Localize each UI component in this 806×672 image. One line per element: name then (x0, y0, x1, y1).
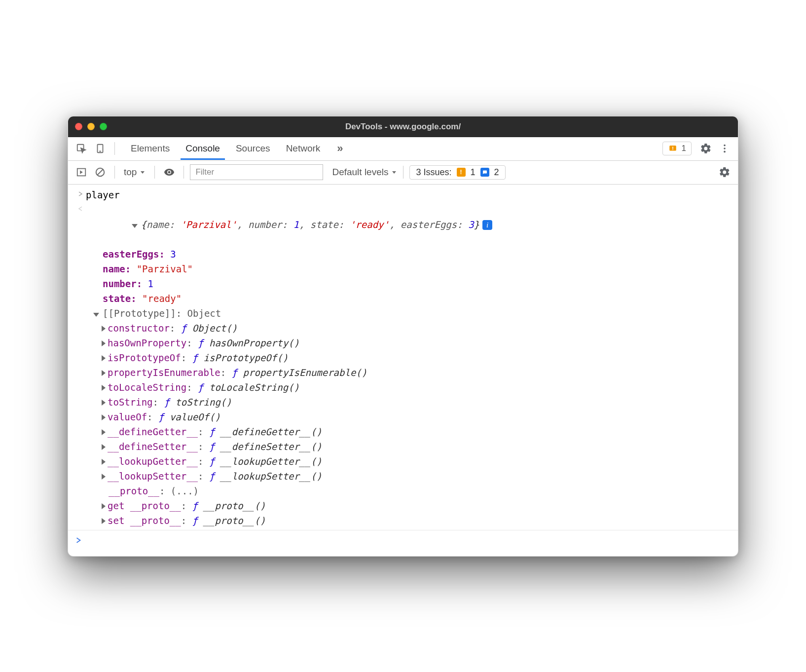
svg-rect-4 (672, 147, 673, 149)
tabs-overflow-icon[interactable]: » (337, 142, 343, 155)
console-output-line[interactable]: {name: 'Parzival', number: 1, state: 're… (68, 202, 738, 247)
expand-icon[interactable] (102, 414, 106, 420)
context-selector[interactable]: top (121, 166, 148, 179)
tab-elements[interactable]: Elements (130, 143, 171, 154)
expand-toggle-icon[interactable] (131, 224, 140, 228)
titlebar: DevTools - www.google.com/ (68, 116, 738, 137)
log-levels-selector[interactable]: Default levels (332, 167, 397, 178)
expand-icon[interactable] (102, 400, 106, 406)
input-caret-icon (77, 190, 83, 197)
issues-warn-count: 1 (471, 167, 476, 178)
prototype-property[interactable]: __lookupSetter__: ƒ __lookupSetter__() (68, 469, 738, 484)
svg-point-8 (724, 151, 726, 153)
prototype-property[interactable]: hasOwnProperty: ƒ hasOwnProperty() (68, 336, 738, 350)
output-caret-icon (77, 205, 83, 212)
prototype-property[interactable]: valueOf: ƒ valueOf() (68, 410, 738, 424)
separator (114, 142, 115, 155)
prototype-header[interactable]: [[Prototype]]: Object (68, 306, 738, 321)
warnings-count: 1 (682, 144, 686, 153)
console-toolbar: top Default levels 3 Issues: ! 1 2 (68, 161, 738, 185)
filter-input[interactable] (190, 164, 323, 180)
panel-tabs: Elements Console Sources Network » (130, 142, 660, 155)
object-property[interactable]: easterEggs: 3 (68, 247, 738, 261)
prototype-property[interactable]: toLocaleString: ƒ toLocaleString() (68, 380, 738, 395)
expand-icon[interactable] (102, 326, 106, 332)
prototype-property[interactable]: propertyIsEnumerable: ƒ propertyIsEnumer… (68, 365, 738, 380)
expand-icon[interactable] (102, 503, 106, 509)
info-icon (480, 168, 489, 177)
svg-point-7 (724, 148, 726, 149)
expand-icon[interactable] (102, 355, 106, 361)
device-toggle-icon[interactable] (92, 140, 109, 157)
expand-icon[interactable] (102, 474, 106, 480)
clear-console-icon[interactable] (92, 164, 109, 181)
object-property[interactable]: name: "Parzival" (68, 261, 738, 276)
settings-icon[interactable] (697, 140, 714, 157)
svg-rect-5 (672, 149, 673, 150)
input-text: player (86, 187, 120, 202)
issues-info-count: 2 (494, 167, 499, 178)
separator (114, 166, 115, 179)
live-expression-icon[interactable] (161, 164, 178, 181)
separator (183, 166, 184, 179)
expand-icon[interactable] (102, 429, 106, 435)
separator (154, 166, 155, 179)
expand-icon[interactable] (102, 370, 106, 376)
issues-label: 3 Issues: (416, 167, 451, 178)
prototype-property[interactable]: __lookupGetter__: ƒ __lookupGetter__() (68, 454, 738, 469)
svg-line-11 (98, 170, 103, 175)
console-settings-icon[interactable] (716, 164, 733, 181)
prototype-property[interactable]: isPrototypeOf: ƒ isPrototypeOf() (68, 350, 738, 365)
tab-sources[interactable]: Sources (235, 143, 271, 154)
console-output: player {name: 'Parzival', number: 1, sta… (68, 185, 738, 556)
tab-network[interactable]: Network (285, 143, 322, 154)
kebab-menu-icon[interactable] (716, 140, 733, 157)
main-toolbar: Elements Console Sources Network » 1 (68, 137, 738, 161)
prompt-caret-icon (75, 536, 82, 544)
prototype-property[interactable]: constructor: ƒ Object() (68, 321, 738, 336)
warning-icon: ! (457, 168, 466, 177)
context-label: top (124, 167, 137, 178)
sidebar-toggle-icon[interactable] (73, 164, 90, 181)
chevron-down-icon (391, 169, 397, 175)
warnings-badge[interactable]: 1 (662, 142, 692, 155)
tab-console[interactable]: Console (184, 143, 221, 154)
inspect-element-icon[interactable] (73, 140, 90, 157)
prototype-property[interactable]: __defineSetter__: ƒ __defineSetter__() (68, 439, 738, 454)
object-property[interactable]: state: "ready" (68, 291, 738, 306)
expand-toggle-icon[interactable] (93, 313, 102, 317)
prototype-property[interactable]: set __proto__: ƒ __proto__() (68, 513, 738, 528)
console-input-echo[interactable]: player (68, 187, 738, 202)
issues-button[interactable]: 3 Issues: ! 1 2 (409, 165, 505, 180)
prototype-property[interactable]: __proto__: (...) (68, 484, 738, 498)
svg-point-6 (724, 145, 726, 147)
chevron-down-icon (140, 169, 146, 175)
separator (403, 166, 403, 179)
log-levels-label: Default levels (332, 167, 388, 178)
prototype-property[interactable]: toString: ƒ toString() (68, 395, 738, 410)
info-badge-icon[interactable]: i (482, 220, 492, 230)
console-prompt[interactable] (68, 532, 738, 554)
window-title: DevTools - www.google.com/ (68, 122, 738, 132)
expand-icon[interactable] (102, 340, 106, 346)
expand-icon[interactable] (102, 518, 106, 524)
object-property[interactable]: number: 1 (68, 276, 738, 291)
expand-icon[interactable] (102, 459, 106, 465)
prototype-property[interactable]: __defineGetter__: ƒ __defineGetter__() (68, 424, 738, 439)
devtools-window: DevTools - www.google.com/ Elements Cons… (68, 116, 738, 557)
prototype-property[interactable]: get __proto__: ƒ __proto__() (68, 498, 738, 513)
separator (68, 530, 738, 530)
expand-icon[interactable] (102, 444, 106, 450)
expand-icon[interactable] (102, 385, 106, 391)
